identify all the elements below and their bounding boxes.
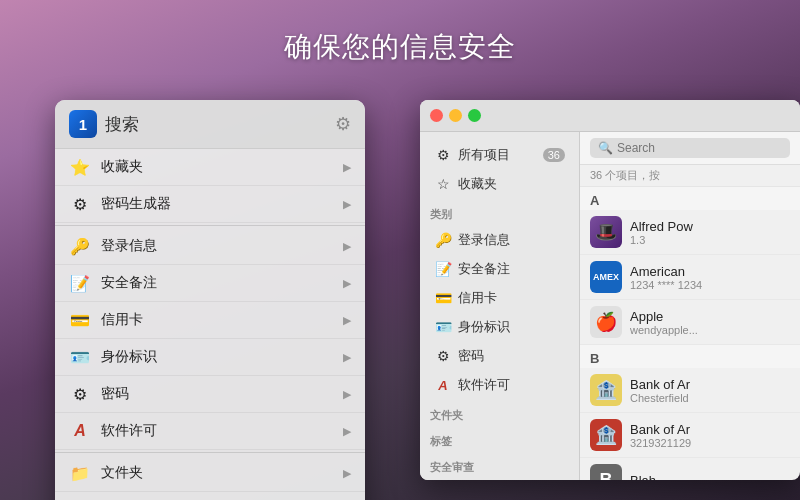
- sidebar-item-software[interactable]: A 软件许可: [424, 371, 575, 399]
- list-item-blah[interactable]: B Blah: [580, 458, 800, 480]
- item-name: Alfred Pow: [630, 219, 790, 234]
- favorites-icon: ⭐: [69, 156, 91, 178]
- section-folders: 文件夹: [420, 400, 579, 426]
- sidebar-item-favorites[interactable]: ☆ 收藏夹: [424, 170, 575, 198]
- close-button[interactable]: [430, 109, 443, 122]
- popup-item-notes[interactable]: 📝 安全备注 ▶: [55, 265, 365, 302]
- chevron-icon: ▶: [343, 467, 351, 480]
- gear-icon[interactable]: ⚙: [335, 113, 351, 135]
- item-info-bank2: Bank of Ar 3219321129: [630, 422, 790, 449]
- favorites-icon: ☆: [434, 175, 452, 193]
- list-item-alfred[interactable]: 🎩 Alfred Pow 1.3: [580, 210, 800, 255]
- chevron-icon: ▶: [343, 277, 351, 290]
- item-name: American: [630, 264, 790, 279]
- window-content: ⚙ 所有项目 36 ☆ 收藏夹 类别 🔑 登录信息 📝 安全备注 💳 信用卡: [420, 132, 800, 480]
- app-logo: 1: [69, 110, 97, 138]
- folders-icon: 📁: [69, 462, 91, 484]
- item-icon-apple: 🍎: [590, 306, 622, 338]
- software-icon: A: [434, 376, 452, 394]
- section-tags: 标签: [420, 426, 579, 452]
- divider: [55, 452, 365, 453]
- items-count: 36 个项目，按: [580, 165, 800, 187]
- app-window: ⚙ 所有项目 36 ☆ 收藏夹 类别 🔑 登录信息 📝 安全备注 💳 信用卡: [420, 100, 800, 480]
- chevron-icon: ▶: [343, 240, 351, 253]
- item-sub: wendyapple...: [630, 324, 790, 336]
- search-label: 搜索: [105, 113, 335, 136]
- item-icon-bank1: 🏦: [590, 374, 622, 406]
- popup-item-label: 登录信息: [101, 237, 343, 255]
- chevron-icon: ▶: [343, 161, 351, 174]
- software-icon: A: [69, 420, 91, 442]
- sidebar-item-all[interactable]: ⚙ 所有项目 36: [424, 141, 575, 169]
- list-item-bank2[interactable]: 🏦 Bank of Ar 3219321129: [580, 413, 800, 458]
- items-badge: 36: [543, 148, 565, 162]
- item-name: Apple: [630, 309, 790, 324]
- sidebar-favorites-label: 收藏夹: [458, 175, 497, 193]
- popup-item-label: 身份标识: [101, 348, 343, 366]
- popup-item-label: 密码生成器: [101, 195, 343, 213]
- main-area: 🔍 36 个项目，按 A 🎩 Alfred Pow 1.3: [580, 132, 800, 480]
- item-name: Blah: [630, 473, 790, 481]
- search-box[interactable]: 🔍: [590, 138, 790, 158]
- search-icon: 🔍: [598, 141, 613, 155]
- popup-item-label: 信用卡: [101, 311, 343, 329]
- sidebar-creditcard-label: 信用卡: [458, 289, 497, 307]
- list-item-amex[interactable]: AMEX American 1234 **** 1234: [580, 255, 800, 300]
- sidebar-item-logins[interactable]: 🔑 登录信息: [424, 226, 575, 254]
- sidebar-item-identity[interactable]: 🪪 身份标识: [424, 313, 575, 341]
- window-titlebar: [420, 100, 800, 132]
- creditcard-icon: 💳: [69, 309, 91, 331]
- item-info-bank1: Bank of Ar Chesterfield: [630, 377, 790, 404]
- item-icon-alfred: 🎩: [590, 216, 622, 248]
- popup-item-password-gen[interactable]: ⚙ 密码生成器 ▶: [55, 186, 365, 223]
- identity-icon: 🪪: [69, 346, 91, 368]
- search-input[interactable]: [617, 141, 782, 155]
- password-icon: ⚙: [434, 347, 452, 365]
- traffic-lights: [430, 109, 481, 122]
- creditcard-icon: 💳: [434, 289, 452, 307]
- notes-icon: 📝: [69, 272, 91, 294]
- sidebar-software-label: 软件许可: [458, 376, 510, 394]
- item-name: Bank of Ar: [630, 422, 790, 437]
- alpha-header-a: A: [580, 187, 800, 210]
- chevron-icon: ▶: [343, 388, 351, 401]
- sidebar-all-label: 所有项目: [458, 146, 510, 164]
- popup-item-label: 收藏夹: [101, 158, 343, 176]
- item-sub: Chesterfield: [630, 392, 790, 404]
- popup-item-folders[interactable]: 📁 文件夹 ▶: [55, 455, 365, 492]
- password-gen-icon: ⚙: [69, 193, 91, 215]
- sidebar-item-password[interactable]: ⚙ 密码: [424, 342, 575, 370]
- popup-item-password[interactable]: ⚙ 密码 ▶: [55, 376, 365, 413]
- sidebar-password-label: 密码: [458, 347, 484, 365]
- popup-item-software[interactable]: A 软件许可 ▶: [55, 413, 365, 450]
- list-item-bank1[interactable]: 🏦 Bank of Ar Chesterfield: [580, 368, 800, 413]
- item-icon-blah: B: [590, 464, 622, 480]
- section-category: 类别: [420, 199, 579, 225]
- maximize-button[interactable]: [468, 109, 481, 122]
- chevron-icon: ▶: [343, 351, 351, 364]
- item-icon-amex: AMEX: [590, 261, 622, 293]
- popup-item-favorites[interactable]: ⭐ 收藏夹 ▶: [55, 149, 365, 186]
- item-sub: 1234 **** 1234: [630, 279, 790, 291]
- popup-item-label: 文件夹: [101, 464, 343, 482]
- sidebar-item-notes[interactable]: 📝 安全备注: [424, 255, 575, 283]
- popup-item-tags[interactable]: 🏷 标签 ▶: [55, 492, 365, 500]
- sidebar-identity-label: 身份标识: [458, 318, 510, 336]
- all-items-icon: ⚙: [434, 146, 452, 164]
- list-item-apple[interactable]: 🍎 Apple wendyapple...: [580, 300, 800, 345]
- sidebar-logins-label: 登录信息: [458, 231, 510, 249]
- chevron-icon: ▶: [343, 314, 351, 327]
- item-info-amex: American 1234 **** 1234: [630, 264, 790, 291]
- item-sub: 1.3: [630, 234, 790, 246]
- notes-icon: 📝: [434, 260, 452, 278]
- logins-icon: 🔑: [69, 235, 91, 257]
- popup-item-label: 软件许可: [101, 422, 343, 440]
- popup-item-creditcard[interactable]: 💳 信用卡 ▶: [55, 302, 365, 339]
- alpha-header-b: B: [580, 345, 800, 368]
- popup-item-logins[interactable]: 🔑 登录信息 ▶: [55, 228, 365, 265]
- sidebar-item-creditcard[interactable]: 💳 信用卡: [424, 284, 575, 312]
- popup-item-identity[interactable]: 🪪 身份标识 ▶: [55, 339, 365, 376]
- minimize-button[interactable]: [449, 109, 462, 122]
- section-audit: 安全审查: [420, 452, 579, 478]
- popup-header: 1 搜索 ⚙: [55, 100, 365, 149]
